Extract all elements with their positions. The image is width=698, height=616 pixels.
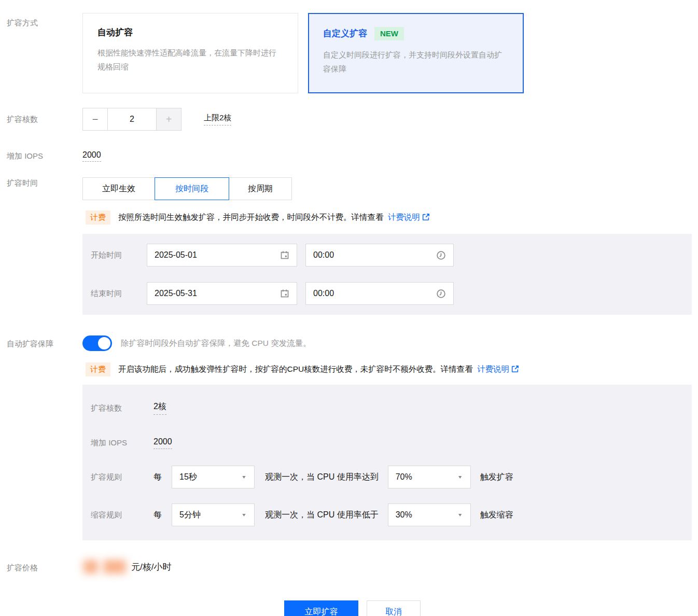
new-badge: NEW [374, 27, 404, 40]
label-start-time: 开始时间 [91, 250, 147, 260]
toggle-knob [98, 337, 110, 349]
cancel-button[interactable]: 取消 [367, 600, 421, 616]
rule-suffix: 触发扩容 [480, 472, 513, 483]
card-auto-scale[interactable]: 自动扩容 根据性能快速弹性适配高峰流量，在流量下降时进行规格回缩 [82, 13, 298, 93]
billing-note-body: 开启该功能后，成功触发弹性扩容时，按扩容的CPU核数进行收费，未扩容时不额外收费… [118, 365, 473, 373]
tab-time-range[interactable]: 按时间段 [155, 177, 229, 200]
scale-config-form: 扩容方式 自动扩容 根据性能快速弹性适配高峰流量，在流量下降时进行规格回缩 自定… [0, 13, 698, 616]
expand-interval-value: 15秒 [179, 472, 241, 483]
tab-periodic[interactable]: 按周期 [229, 177, 292, 200]
label-auto-guard: 自动扩容保障 [7, 335, 82, 349]
end-time-row: 结束时间 2025-05-31 00:00 [91, 282, 692, 305]
scale-time-tabs: 立即生效 按时间段 按周期 [82, 177, 698, 200]
start-date-value: 2025-05-01 [155, 250, 280, 260]
row-add-iops: 增加 IOPS 2000 [7, 150, 698, 162]
chevron-down-icon: ▼ [241, 512, 247, 517]
cores-limit-hint[interactable]: 上限2核 [204, 113, 231, 125]
cores-input[interactable] [107, 108, 157, 131]
cores-stepper: − + [82, 108, 182, 131]
billing-badge: 计费 [86, 362, 110, 376]
decrement-button[interactable]: − [82, 108, 107, 131]
card-auto-scale-title: 自动扩容 [97, 27, 133, 38]
chevron-down-icon: ▼ [457, 474, 463, 480]
shrink-threshold-value: 30% [396, 510, 457, 520]
end-time-picker[interactable]: 00:00 [305, 282, 454, 305]
card-custom-scale-desc: 自定义时间段进行扩容，并支持时间段外设置自动扩容保障 [323, 48, 509, 76]
end-time-value: 00:00 [313, 289, 436, 298]
label-guard-iops: 增加 IOPS [91, 438, 153, 448]
end-date-value: 2025-05-31 [155, 289, 280, 298]
label-end-time: 结束时间 [91, 289, 147, 299]
start-time-picker[interactable]: 00:00 [305, 244, 454, 267]
expand-threshold-select[interactable]: 70% ▼ [388, 466, 471, 488]
start-time-value: 00:00 [313, 250, 436, 260]
clock-icon [436, 289, 446, 299]
clock-icon [436, 250, 446, 260]
shrink-threshold-select[interactable]: 30% ▼ [388, 503, 471, 526]
billing-badge: 计费 [86, 211, 110, 225]
billing-note-text: 按照所选时间生效触发扩容，并同步开始收费，时间段外不计费。详情查看 计费说明 [118, 212, 430, 223]
iops-value[interactable]: 2000 [82, 150, 101, 162]
rule-prefix: 每 [153, 510, 162, 521]
billing-doc-link[interactable]: 计费说明 [477, 365, 509, 373]
label-add-iops: 增加 IOPS [7, 150, 82, 162]
guard-iops-row: 增加 IOPS 2000 [91, 437, 692, 449]
calendar-icon [280, 250, 289, 260]
calendar-icon [280, 289, 289, 298]
billing-doc-link[interactable]: 计费说明 [388, 213, 420, 221]
auto-guard-toggle[interactable] [82, 335, 112, 351]
billing-note-time: 计费 按照所选时间生效触发扩容，并同步开始收费，时间段外不计费。详情查看 计费说… [86, 211, 698, 225]
label-scale-method: 扩容方式 [7, 13, 82, 29]
rule-middle: 观测一次，当 CPU 使用率达到 [265, 472, 379, 483]
card-custom-scale[interactable]: 自定义扩容 NEW 自定义时间段进行扩容，并支持时间段外设置自动扩容保障 [308, 13, 524, 93]
row-scale-method: 扩容方式 自动扩容 根据性能快速弹性适配高峰流量，在流量下降时进行规格回缩 自定… [7, 13, 698, 93]
shrink-rule-row: 缩容规则 每 5分钟 ▼ 观测一次，当 CPU 使用率低于 30% ▼ 触发缩容 [91, 503, 692, 526]
row-auto-guard: 自动扩容保障 除扩容时间段外自动扩容保障，避免 CPU 突发流量。 [7, 335, 698, 351]
row-scale-cores: 扩容核数 − + 上限2核 [7, 108, 698, 131]
chevron-down-icon: ▼ [241, 474, 247, 480]
row-scale-price: 扩容价格 元/核/小时 [7, 557, 698, 577]
label-expand-rule: 扩容规则 [91, 472, 153, 482]
end-date-picker[interactable]: 2025-05-31 [147, 282, 297, 305]
method-cards: 自动扩容 根据性能快速弹性适配高峰流量，在流量下降时进行规格回缩 自定义扩容 N… [82, 13, 698, 93]
label-scale-time: 扩容时间 [7, 177, 82, 189]
card-custom-scale-title: 自定义扩容 [323, 28, 367, 39]
billing-note-body: 按照所选时间生效触发扩容，并同步开始收费，时间段外不计费。详情查看 [118, 213, 384, 221]
price-value-redacted [82, 557, 127, 577]
row-scale-time: 扩容时间 立即生效 按时间段 按周期 [7, 177, 698, 200]
shrink-interval-value: 5分钟 [179, 510, 241, 521]
rule-suffix: 触发缩容 [480, 510, 513, 521]
chevron-down-icon: ▼ [457, 512, 463, 517]
expand-rule-row: 扩容规则 每 15秒 ▼ 观测一次，当 CPU 使用率达到 70% ▼ 触发扩容 [91, 466, 692, 488]
expand-threshold-value: 70% [396, 472, 457, 482]
label-scale-cores: 扩容核数 [7, 108, 82, 125]
guard-iops-value[interactable]: 2000 [153, 437, 172, 449]
shrink-interval-select[interactable]: 5分钟 ▼ [172, 503, 255, 526]
increment-button[interactable]: + [157, 108, 182, 131]
start-date-picker[interactable]: 2025-05-01 [147, 244, 297, 267]
expand-interval-select[interactable]: 15秒 ▼ [172, 466, 255, 488]
external-link-icon [422, 213, 430, 221]
card-auto-scale-desc: 根据性能快速弹性适配高峰流量，在流量下降时进行规格回缩 [97, 46, 283, 74]
auto-guard-desc: 除扩容时间段外自动扩容保障，避免 CPU 突发流量。 [121, 338, 311, 349]
billing-note-text: 开启该功能后，成功触发弹性扩容时，按扩容的CPU核数进行收费，未扩容时不额外收费… [118, 364, 519, 375]
action-bar: 立即扩容 取消 [7, 600, 698, 616]
confirm-scale-button[interactable]: 立即扩容 [284, 600, 358, 616]
price-unit: 元/核/小时 [131, 561, 171, 573]
billing-note-guard: 计费 开启该功能后，成功触发弹性扩容时，按扩容的CPU核数进行收费，未扩容时不额… [86, 362, 698, 376]
guard-cores-row: 扩容核数 2核 [91, 401, 692, 415]
label-scale-price: 扩容价格 [7, 557, 82, 573]
guard-cores-value[interactable]: 2核 [153, 401, 166, 415]
tab-immediate[interactable]: 立即生效 [82, 177, 155, 200]
label-shrink-rule: 缩容规则 [91, 510, 153, 520]
label-guard-cores: 扩容核数 [91, 403, 153, 413]
rule-prefix: 每 [153, 472, 162, 483]
external-link-icon [511, 365, 519, 373]
time-range-panel: 开始时间 2025-05-01 00:00 结束时间 2025-05-31 00… [82, 234, 692, 315]
start-time-row: 开始时间 2025-05-01 00:00 [91, 244, 692, 267]
rule-middle: 观测一次，当 CPU 使用率低于 [265, 510, 379, 521]
guard-rules-panel: 扩容核数 2核 增加 IOPS 2000 扩容规则 每 15秒 ▼ 观测一次，当… [82, 385, 692, 540]
